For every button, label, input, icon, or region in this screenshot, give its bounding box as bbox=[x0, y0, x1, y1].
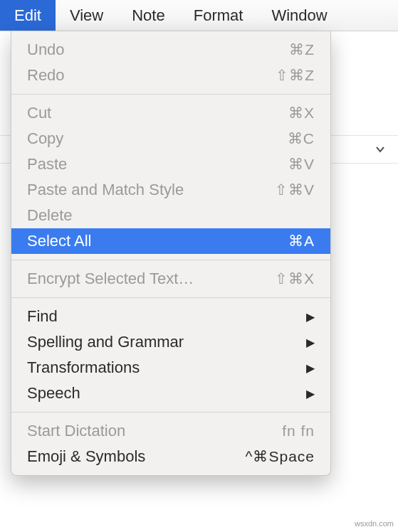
menu-separator bbox=[11, 260, 330, 260]
menu-item-shortcut: ⌘V bbox=[288, 156, 315, 173]
menu-item-transformations[interactable]: Transformations▶ bbox=[11, 355, 330, 381]
menubar-item-note[interactable]: Note bbox=[117, 0, 179, 31]
menu-item-paste: Paste⌘V bbox=[11, 151, 330, 177]
menubar: EditViewNoteFormatWindow bbox=[0, 0, 398, 31]
menu-item-shortcut: ⌘C bbox=[288, 130, 315, 147]
watermark: wsxdn.com bbox=[355, 519, 394, 528]
menu-item-shortcut: ⌘A bbox=[288, 233, 315, 250]
submenu-arrow-icon: ▶ bbox=[306, 387, 315, 400]
menu-item-label: Emoji & Symbols bbox=[27, 447, 246, 466]
menu-item-label: Cut bbox=[27, 104, 288, 122]
menu-item-cut: Cut⌘X bbox=[11, 100, 330, 126]
chevron-down-icon bbox=[375, 144, 385, 154]
menu-item-label: Transformations bbox=[27, 358, 306, 377]
menu-item-speech[interactable]: Speech▶ bbox=[11, 381, 330, 406]
menu-item-label: Redo bbox=[27, 66, 276, 85]
menu-item-label: Paste bbox=[27, 155, 288, 174]
menu-separator bbox=[11, 94, 330, 95]
menu-item-shortcut: ^⌘Space bbox=[246, 448, 315, 465]
menubar-item-window[interactable]: Window bbox=[257, 0, 341, 31]
menu-item-label: Speech bbox=[27, 384, 306, 403]
menu-item-label: Select All bbox=[27, 232, 288, 250]
menu-item-shortcut: fn fn bbox=[282, 422, 315, 440]
menu-item-label: Find bbox=[27, 307, 306, 326]
chevron-down-button[interactable] bbox=[370, 139, 391, 160]
menubar-item-edit[interactable]: Edit bbox=[0, 0, 56, 31]
submenu-arrow-icon: ▶ bbox=[306, 310, 315, 324]
menu-item-paste-and-match-style: Paste and Match Style⇧⌘V bbox=[11, 177, 330, 203]
menu-item-delete: Delete bbox=[11, 203, 330, 228]
menu-item-label: Undo bbox=[27, 41, 289, 59]
menubar-item-format[interactable]: Format bbox=[179, 0, 258, 31]
menu-item-shortcut: ⌘X bbox=[288, 105, 315, 122]
menu-item-shortcut: ⌘Z bbox=[289, 41, 315, 58]
menu-item-emoji-symbols[interactable]: Emoji & Symbols^⌘Space bbox=[11, 444, 330, 469]
menu-item-label: Delete bbox=[27, 206, 315, 225]
menu-item-spelling-and-grammar[interactable]: Spelling and Grammar▶ bbox=[11, 329, 330, 355]
menu-item-find[interactable]: Find▶ bbox=[11, 304, 330, 329]
menu-separator bbox=[11, 412, 330, 413]
menu-item-select-all[interactable]: Select All⌘A bbox=[11, 228, 330, 254]
menubar-item-view[interactable]: View bbox=[56, 0, 117, 31]
menu-item-undo: Undo⌘Z bbox=[11, 37, 330, 63]
menu-item-label: Encrypt Selected Text… bbox=[27, 270, 275, 288]
edit-menu-dropdown: Undo⌘ZRedo⇧⌘ZCut⌘XCopy⌘CPaste⌘VPaste and… bbox=[11, 31, 331, 476]
submenu-arrow-icon: ▶ bbox=[306, 361, 315, 375]
menu-item-start-dictation: Start Dictationfn fn bbox=[11, 418, 330, 444]
menu-item-label: Paste and Match Style bbox=[27, 181, 275, 199]
menu-item-shortcut: ⇧⌘X bbox=[275, 270, 315, 287]
menu-item-shortcut: ⇧⌘Z bbox=[276, 67, 315, 84]
menu-item-encrypt-selected-text: Encrypt Selected Text…⇧⌘X bbox=[11, 266, 330, 292]
menu-item-shortcut: ⇧⌘V bbox=[275, 181, 315, 198]
menu-separator bbox=[11, 297, 330, 298]
menu-item-label: Start Dictation bbox=[27, 422, 282, 440]
menu-item-label: Spelling and Grammar bbox=[27, 333, 306, 351]
submenu-arrow-icon: ▶ bbox=[306, 336, 315, 349]
menu-item-copy: Copy⌘C bbox=[11, 126, 330, 151]
menu-item-label: Copy bbox=[27, 129, 288, 148]
menu-item-redo: Redo⇧⌘Z bbox=[11, 63, 330, 88]
